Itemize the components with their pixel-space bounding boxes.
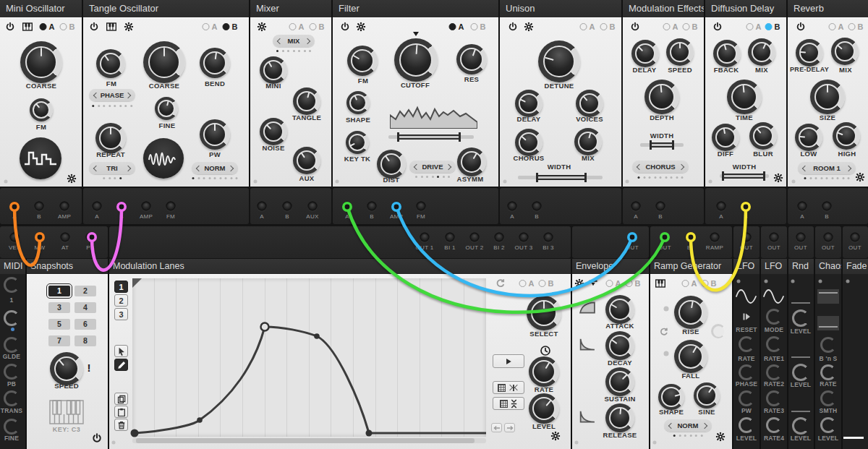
power-icon[interactable]: [631, 22, 640, 32]
lanes-jack-out2[interactable]: [470, 233, 480, 242]
chaos-smooth-knob[interactable]: [820, 390, 836, 406]
lfo2-rate4-knob[interactable]: [766, 417, 782, 433]
keyboard-icon[interactable]: [106, 22, 116, 31]
snapshot-slot-3[interactable]: 3: [48, 302, 70, 313]
unison-jack-a[interactable]: [508, 202, 517, 211]
reverb-mix-knob[interactable]: [831, 38, 859, 65]
rnd-level3-knob[interactable]: [792, 417, 809, 435]
snap-y-button[interactable]: [493, 397, 524, 410]
lanes-jack-bi2[interactable]: [495, 233, 504, 242]
snapshot-power-icon[interactable]: [92, 433, 102, 443]
diff-jack-a[interactable]: [717, 202, 726, 211]
tangle-tri-selector[interactable]: TRI: [89, 162, 135, 174]
keyboard-icon[interactable]: [22, 22, 33, 31]
modfx-jack-b[interactable]: [656, 202, 665, 211]
reverb-type-selector[interactable]: ROOM 1: [798, 162, 856, 174]
unison-header[interactable]: Unison: [500, 0, 621, 17]
midi-glide-knob[interactable]: [4, 337, 20, 353]
range-handle[interactable]: [536, 173, 587, 182]
reverb-predelay-knob[interactable]: [796, 39, 823, 67]
lane-curve-canvas[interactable]: [132, 278, 486, 437]
lanes-jack-out3[interactable]: [519, 233, 529, 242]
unison-voice-a-toggle[interactable]: A: [580, 22, 595, 31]
modfx-delay-knob[interactable]: [631, 40, 659, 67]
filter-dist-knob[interactable]: [377, 150, 406, 179]
chaos-rate-knob[interactable]: [820, 364, 836, 380]
mixer-jack-aux[interactable]: [308, 202, 318, 211]
unison-jack-b[interactable]: [532, 202, 542, 211]
modfx-voice-b-toggle[interactable]: B: [683, 22, 698, 31]
lanes-voice-a-toggle[interactable]: A: [519, 279, 535, 288]
power-icon[interactable]: [713, 22, 723, 32]
envelope-trigger-icon[interactable]: [589, 280, 598, 287]
tangle-fm-knob[interactable]: [96, 49, 125, 78]
rnd-level1-knob[interactable]: [792, 309, 809, 327]
lfo1-rate-knob[interactable]: [739, 336, 754, 352]
power-icon[interactable]: [90, 22, 99, 32]
power-icon[interactable]: [6, 22, 15, 32]
ramp-jack-out[interactable]: [660, 233, 670, 242]
lfo1-sine-icon[interactable]: [736, 289, 757, 304]
midi-header[interactable]: MIDI: [0, 259, 25, 274]
ramp-voice-a-toggle[interactable]: A: [682, 279, 697, 288]
diff-delay-header[interactable]: Diffusion Delay: [705, 0, 786, 17]
tangle-bend-knob[interactable]: [200, 48, 230, 78]
diff-blur-knob[interactable]: [749, 122, 777, 150]
rnd-level2-knob[interactable]: [792, 364, 809, 381]
snapshot-slot-2[interactable]: 2: [75, 286, 96, 296]
snapshots-header[interactable]: Snapshots: [27, 259, 108, 274]
diff-gear-icon[interactable]: [774, 174, 783, 183]
range-handle[interactable]: [650, 140, 674, 150]
lane-scrollbar[interactable]: [132, 438, 486, 443]
lfo2-jack-out[interactable]: [770, 233, 779, 242]
modfx-type-selector[interactable]: CHORUS: [632, 161, 689, 173]
envelope-header[interactable]: Envelope: [572, 259, 649, 274]
filter-shape-knob[interactable]: [346, 91, 370, 114]
tangle-voice-a-toggle[interactable]: A: [203, 22, 218, 31]
lane-tab-1[interactable]: 1: [114, 281, 128, 293]
reverb-high-knob[interactable]: [833, 122, 860, 150]
prev-lane-button[interactable]: [491, 423, 502, 432]
tangle-repeat-knob[interactable]: [95, 123, 126, 153]
midi-jack-mw[interactable]: [35, 233, 45, 242]
modfx-header[interactable]: Modulation Effects: [623, 0, 704, 17]
filter-jack-a[interactable]: [343, 202, 352, 211]
filter-voice-a-toggle[interactable]: A: [449, 22, 464, 31]
ramp-mode-selector[interactable]: NORM: [664, 419, 712, 432]
midi-jack-pb[interactable]: [86, 233, 95, 242]
lanes-gear-icon[interactable]: [551, 432, 561, 441]
lfo1-header[interactable]: LFO: [733, 259, 760, 274]
ramp-sine-knob[interactable]: [694, 382, 720, 409]
lfo1-reset-icon[interactable]: [742, 312, 751, 321]
delete-button[interactable]: [114, 419, 128, 431]
unison-detune-knob[interactable]: [538, 40, 580, 82]
filter-jack-b[interactable]: [367, 202, 377, 211]
snapshot-keyboard-icon[interactable]: [49, 400, 84, 424]
tangle-coarse-knob[interactable]: [143, 41, 185, 83]
snapshot-slot-4[interactable]: 4: [75, 302, 96, 313]
diff-mix-knob[interactable]: [748, 38, 775, 66]
range-handle[interactable]: [397, 132, 461, 142]
reverb-voice-a-toggle[interactable]: A: [829, 22, 844, 31]
reverb-voice-b-toggle[interactable]: B: [848, 22, 864, 31]
unison-delay-knob[interactable]: [515, 90, 542, 117]
reverb-jack-a[interactable]: [798, 202, 807, 211]
mini-voice-a-toggle[interactable]: A: [40, 22, 55, 31]
ramp-shape-knob[interactable]: [658, 384, 684, 410]
lanes-jack-bi1[interactable]: [446, 233, 455, 242]
mixer-noise-knob[interactable]: [260, 118, 287, 145]
midi-jack-at[interactable]: [61, 233, 70, 242]
reverb-header[interactable]: Reverb: [788, 0, 868, 17]
diff-voice-b-toggle[interactable]: B: [765, 22, 780, 31]
mini-jack-amp[interactable]: [60, 202, 69, 211]
mixer-voice-a-toggle[interactable]: A: [289, 22, 305, 31]
filter-asymm-knob[interactable]: [457, 147, 486, 176]
mixer-header[interactable]: Mixer: [250, 0, 331, 17]
lane-select-knob[interactable]: [527, 296, 561, 330]
filter-voice-b-toggle[interactable]: B: [471, 22, 486, 31]
lfo2-rate3-knob[interactable]: [766, 390, 782, 406]
lfo2-mode-knob[interactable]: [766, 309, 782, 325]
diff-diff-knob[interactable]: [712, 124, 739, 151]
paste-button[interactable]: [114, 406, 128, 418]
mini-gear-icon[interactable]: [67, 174, 77, 184]
